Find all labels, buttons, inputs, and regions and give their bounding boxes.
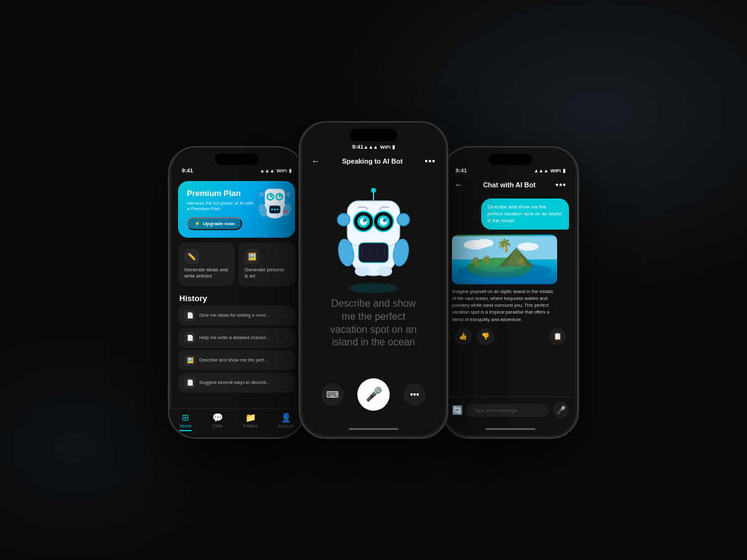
status-icons-right: ▲▲▲ WiFi ▮	[533, 168, 565, 174]
battery-icon: ▮	[289, 168, 291, 174]
signal-icon-r: ▲▲▲	[533, 168, 548, 174]
mic-icon-chat: 🎤	[557, 406, 566, 414]
wifi-icon-c: WiFi	[380, 144, 390, 150]
svg-point-28	[363, 218, 367, 222]
arrow-icon-2: →	[283, 335, 289, 341]
nav-folders[interactable]: 📁 Folders	[243, 413, 257, 431]
voice-text-container: Describe and show me the perfect vacatio…	[303, 297, 444, 349]
svg-point-6	[270, 195, 273, 198]
chats-icon: 💬	[212, 413, 223, 422]
chat-screen: 9:41 ▲▲▲ WiFi ▮ ← Chat with AI Bot ••• D…	[446, 147, 575, 435]
robot-thumbnail: ❤	[251, 181, 295, 228]
arrow-icon-1: →	[283, 312, 289, 319]
home-indicator-center	[349, 428, 398, 430]
history-item-2[interactable]: 📄 Help me write a detailed charact... →	[178, 328, 295, 348]
home-label: Home	[180, 424, 192, 428]
dynamic-island-center	[350, 129, 397, 141]
bot-text: Imagine yourself on an idyllic island in…	[452, 288, 557, 323]
dynamic-island-left	[215, 154, 258, 165]
history-text-1: Give me ideas for writing a nove...	[199, 312, 280, 318]
svg-point-20	[377, 266, 392, 276]
chat-input-container[interactable]: Type your message...	[466, 404, 549, 417]
status-bar-left: 9:41 ▲▲▲ WiFi ▮	[172, 165, 301, 176]
nav-home[interactable]: ⊞ Home	[179, 413, 192, 431]
user-message: Describe and show me the perfect vacatio…	[481, 198, 569, 230]
history-item-4[interactable]: 📄 Suggest several ways to describ... →	[178, 373, 295, 393]
battery-icon-r: ▮	[563, 168, 565, 174]
svg-point-17	[349, 283, 398, 293]
premium-card: Premium Plan Harness the full power of A…	[178, 181, 295, 238]
doc-icon-2: 📄	[184, 332, 195, 343]
svg-point-7	[279, 195, 281, 198]
feedback-row: 👍 👎 📋	[452, 328, 569, 345]
history-text-3: Describe and show me the perf...	[199, 357, 280, 363]
account-label: Account	[278, 424, 293, 428]
robot-large: ⋮⋮ ⋮⋮	[324, 173, 423, 291]
folders-label: Folders	[243, 424, 257, 428]
home-icon: ⊞	[182, 413, 189, 422]
time-right: 9:41	[456, 167, 467, 174]
voice-nav-header: ← Speaking to AI Bot •••	[303, 152, 444, 170]
art-icon: 🖼️	[245, 249, 260, 264]
time-center: 9:41	[352, 144, 364, 150]
doc-icon-4: 📄	[184, 377, 195, 388]
bottom-nav: ⊞ Home 💬 Chits 📁 Folders 👤 Account	[172, 408, 301, 435]
more-options-right[interactable]: •••	[555, 180, 566, 190]
more-options-center[interactable]: •••	[425, 156, 436, 166]
history-item-3[interactable]: 🖼️ Describe and show me the perf... →	[178, 350, 295, 370]
thumbs-down-button[interactable]: 👎	[477, 328, 494, 345]
upgrade-button[interactable]: ⚡ Upgrade now	[187, 217, 242, 230]
more-button[interactable]: •••	[403, 383, 426, 406]
chat-messages: Describe and show me the perfect vacatio…	[446, 194, 575, 396]
island-image: 🌴 🌴 🌴	[452, 235, 557, 284]
nav-active-indicator	[179, 430, 192, 431]
svg-text:⋮⋮: ⋮⋮	[359, 248, 374, 257]
feature-card-art[interactable]: 🖼️ Generate pictures & art	[238, 243, 295, 286]
svg-point-14	[271, 208, 273, 211]
voice-controls: ⌨ 🎤 •••	[303, 366, 444, 423]
phone-right: 9:41 ▲▲▲ WiFi ▮ ← Chat with AI Bot ••• D…	[442, 146, 579, 439]
home-screen: 9:41 ▲▲▲ WiFi ▮ Premium Plan Harness the…	[172, 147, 301, 435]
chat-input-bar: 🔄 Type your message... 🎤	[446, 396, 575, 423]
nav-chats[interactable]: 💬 Chits	[212, 413, 223, 431]
art-label: Generate pictures & art	[245, 267, 289, 280]
svg-point-38	[371, 188, 376, 193]
feature-grid: ✏️ Generate ideas and write articles 🖼️ …	[178, 243, 295, 286]
home-indicator-right	[486, 428, 535, 430]
wifi-icon-r: WiFi	[550, 168, 561, 174]
status-bar-center: 9:41 ▲▲▲ WiFi ▮	[342, 141, 405, 152]
voice-screen: 9:41 ▲▲▲ WiFi ▮ ← Speaking to AI Bot •••	[303, 123, 444, 435]
doc-icon-1: 📄	[184, 310, 195, 321]
chat-nav-header: ← Chat with AI Bot •••	[446, 176, 575, 194]
chat-mic-button[interactable]: 🎤	[553, 402, 569, 418]
voice-text: Describe and show me the perfect vacatio…	[315, 297, 432, 349]
copy-button[interactable]: 📋	[549, 328, 566, 345]
chat-screen-title: Chat with AI Bot	[483, 181, 536, 189]
history-item-1[interactable]: 📄 Give me ideas for writing a nove... →	[178, 306, 295, 325]
back-button-right[interactable]: ←	[454, 180, 463, 190]
input-placeholder: Type your message...	[474, 408, 521, 413]
svg-point-51	[517, 242, 538, 250]
keyboard-button[interactable]: ⌨	[321, 383, 344, 406]
feature-card-ideas[interactable]: ✏️ Generate ideas and write articles	[178, 243, 235, 286]
premium-subtitle: Harness the full power of AI with a Prem…	[187, 200, 255, 213]
history-text-4: Suggest several ways to describ...	[199, 380, 280, 385]
thumbs-up-button[interactable]: 👍	[454, 328, 472, 345]
mic-button[interactable]: 🎤	[357, 378, 390, 411]
nav-account[interactable]: 👤 Account	[278, 413, 293, 431]
arrow-icon-3: →	[283, 357, 289, 363]
back-button-center[interactable]: ←	[311, 156, 320, 166]
refresh-icon: 🔄	[452, 405, 463, 415]
svg-point-50	[475, 239, 494, 247]
upgrade-label: Upgrade now	[203, 221, 235, 226]
mic-icon: 🎤	[365, 386, 382, 403]
arrow-icon-4: →	[283, 380, 289, 386]
status-icons-left: ▲▲▲ WiFi ▮	[260, 168, 291, 174]
svg-point-31	[397, 213, 410, 226]
folders-icon: 📁	[245, 413, 256, 422]
battery-icon-c: ▮	[392, 144, 395, 150]
img-icon-3: 🖼️	[184, 355, 195, 366]
keyboard-icon: ⌨	[326, 390, 339, 399]
svg-text:⋮⋮: ⋮⋮	[374, 248, 388, 257]
svg-text:🌴: 🌴	[481, 254, 492, 264]
